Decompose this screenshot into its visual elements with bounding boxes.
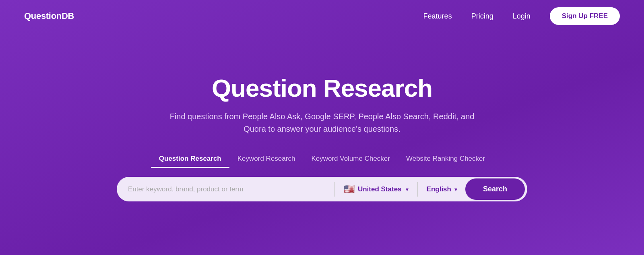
hero-subtitle: Find questions from People Also Ask, Goo… <box>165 110 479 135</box>
nav-link-login[interactable]: Login <box>513 12 530 21</box>
country-selector[interactable]: 🇺🇸 United States ▾ <box>338 181 414 198</box>
country-label: United States <box>358 185 402 193</box>
hero-title: Question Research <box>212 74 432 102</box>
search-bar: 🇺🇸 United States ▾ English ▾ Search <box>117 177 527 201</box>
language-label: English <box>427 185 451 193</box>
navbar: QuestionDB Features Pricing Login Sign U… <box>0 0 644 32</box>
page-wrapper: QuestionDB Features Pricing Login Sign U… <box>0 0 644 255</box>
divider <box>334 182 335 197</box>
hero-section: Question Research Find questions from Pe… <box>0 32 644 255</box>
signup-button[interactable]: Sign Up FREE <box>550 7 620 25</box>
tab-group: Question Research Keyword Research Keywo… <box>151 151 493 168</box>
tab-question-research[interactable]: Question Research <box>151 151 229 168</box>
search-button[interactable]: Search <box>465 178 525 200</box>
nav-link-features[interactable]: Features <box>423 12 452 21</box>
tab-website-ranking-checker[interactable]: Website Ranking Checker <box>398 151 493 168</box>
nav-link-pricing[interactable]: Pricing <box>471 12 493 21</box>
divider-2 <box>417 182 418 197</box>
logo[interactable]: QuestionDB <box>24 11 74 21</box>
tab-keyword-volume-checker[interactable]: Keyword Volume Checker <box>303 151 398 168</box>
search-input[interactable] <box>128 179 331 200</box>
language-selector[interactable]: English ▾ <box>421 181 463 197</box>
flag-icon: 🇺🇸 <box>344 185 355 194</box>
nav-links: Features Pricing Login Sign Up FREE <box>423 7 620 25</box>
tab-keyword-research[interactable]: Keyword Research <box>229 151 303 168</box>
chevron-down-icon: ▾ <box>406 186 409 193</box>
language-chevron-down-icon: ▾ <box>454 186 457 193</box>
